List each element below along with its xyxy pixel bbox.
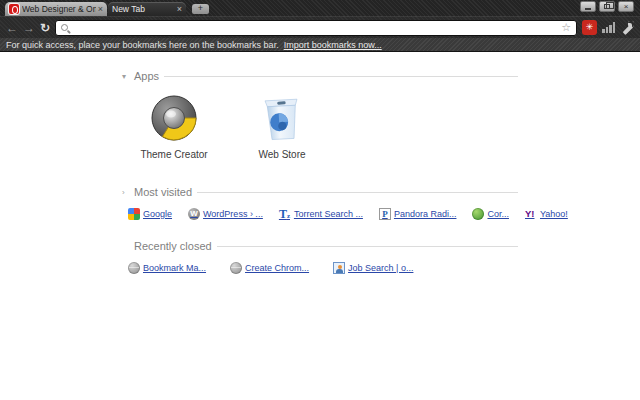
most-visited-link-cor[interactable]: Cor... <box>472 208 509 220</box>
most-visited-link-pandora[interactable]: P Pandora Radi... <box>379 208 457 220</box>
section-rule <box>197 192 518 193</box>
back-button[interactable]: ← <box>6 22 18 34</box>
section-title: Recently closed <box>134 240 212 252</box>
web-store-icon <box>259 94 305 142</box>
default-page-favicon <box>230 262 242 274</box>
browser-window: Web Designer & Online Marke... × New Tab… <box>0 0 640 400</box>
recently-closed-row: Bookmark Ma... Create Chrom... Job Searc… <box>122 252 518 274</box>
minimize-icon <box>585 8 591 10</box>
recently-closed-link-job-search[interactable]: Job Search | o... <box>333 262 413 274</box>
app-web-store[interactable]: Web Store <box>244 94 320 160</box>
most-visited-row: Google W WordPress › ... Tz Torrent Sear… <box>122 198 518 220</box>
globe-green-favicon <box>472 208 484 220</box>
yahoo-favicon: Y! <box>525 208 537 220</box>
window-controls: × <box>580 1 634 12</box>
red-extension-button[interactable]: ✳ <box>582 20 597 35</box>
app-theme-creator[interactable]: Theme Creator <box>136 94 212 160</box>
section-rule <box>217 246 518 247</box>
apps-row: Theme Creator <box>122 82 518 160</box>
tab-web-designer[interactable]: Web Designer & Online Marke... × <box>5 2 107 16</box>
recently-closed-section-header: Recently closed <box>122 240 518 252</box>
google-favicon <box>128 208 140 220</box>
tab-new-tab[interactable]: New Tab × <box>108 2 186 16</box>
close-window-button[interactable]: × <box>618 1 634 12</box>
tab-strip: Web Designer & Online Marke... × New Tab… <box>0 0 640 16</box>
section-rule <box>164 76 518 77</box>
wordpress-favicon: W <box>188 208 200 220</box>
new-tab-page: ▾ Apps <box>0 52 640 399</box>
tab-title: New Tab <box>112 4 175 14</box>
bars-extension-button[interactable] <box>602 22 615 33</box>
apps-section-header: ▾ Apps <box>122 70 518 82</box>
close-tab-icon[interactable]: × <box>98 5 103 14</box>
most-visited-link-google[interactable]: Google <box>128 208 172 220</box>
restore-icon <box>604 4 610 9</box>
recently-closed-link-create-chrome[interactable]: Create Chrom... <box>230 262 309 274</box>
default-page-favicon <box>128 262 140 274</box>
minimize-button[interactable] <box>580 1 596 12</box>
chevron-right-icon[interactable]: › <box>122 188 129 197</box>
section-title: Most visited <box>134 186 192 198</box>
theme-creator-icon <box>150 94 198 142</box>
recently-closed-link-bookmark-manager[interactable]: Bookmark Ma... <box>128 262 206 274</box>
wrench-menu-button[interactable] <box>620 21 634 35</box>
omnibox[interactable]: ☆ <box>55 20 577 36</box>
section-title: Apps <box>134 70 159 82</box>
restore-button[interactable] <box>599 1 615 12</box>
bookmark-star-icon[interactable]: ☆ <box>561 22 571 33</box>
new-tab-button[interactable]: + <box>192 4 209 14</box>
tab-title: Web Designer & Online Marke... <box>22 4 96 14</box>
most-visited-link-torrent-search[interactable]: Tz Torrent Search ... <box>279 208 363 220</box>
reload-button[interactable]: ↻ <box>40 22 50 34</box>
torrent-favicon: Tz <box>279 208 291 220</box>
chevron-down-icon[interactable]: ▾ <box>122 72 129 81</box>
most-visited-link-wordpress[interactable]: W WordPress › ... <box>188 208 263 220</box>
job-search-favicon <box>333 262 345 274</box>
close-tab-icon[interactable]: × <box>177 5 182 14</box>
app-label: Theme Creator <box>136 149 212 160</box>
bookmarks-bar: For quick access, place your bookmarks h… <box>0 38 640 52</box>
search-icon <box>61 24 68 31</box>
import-bookmarks-link[interactable]: Import bookmarks now... <box>284 40 382 50</box>
app-label: Web Store <box>244 149 320 160</box>
forward-button[interactable]: → <box>23 22 35 34</box>
most-visited-section-header: › Most visited <box>122 186 518 198</box>
address-input[interactable] <box>72 22 557 34</box>
bookmarks-hint-text: For quick access, place your bookmarks h… <box>6 40 279 50</box>
most-visited-link-yahoo[interactable]: Y! Yahoo! <box>525 208 568 220</box>
navigation-toolbar: ← → ↻ ☆ ✳ <box>0 16 640 38</box>
pandora-favicon: P <box>379 208 391 220</box>
site-favicon <box>9 4 19 14</box>
